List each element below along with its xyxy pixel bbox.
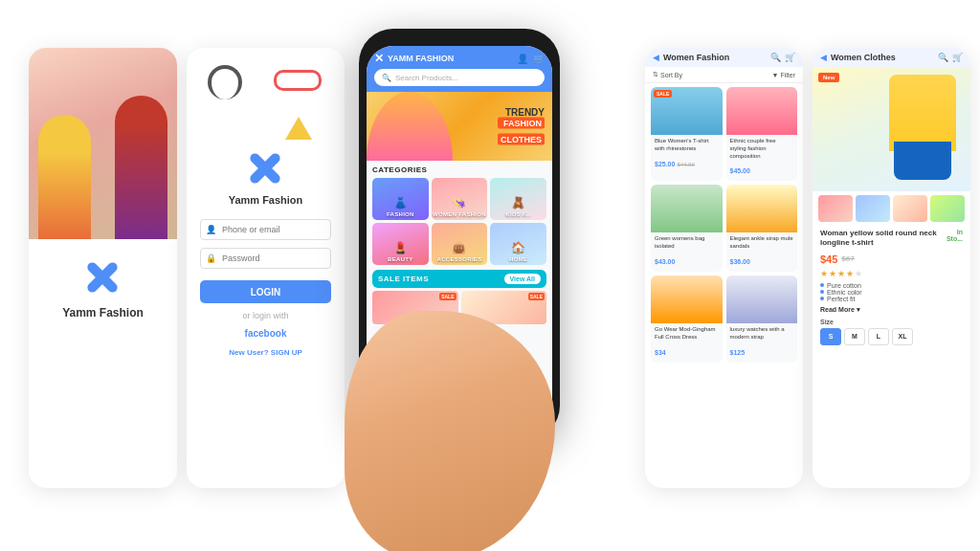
sale-section-header: SALE ITEMS View All <box>372 270 546 288</box>
login-logo-area: Yamm Fashion <box>229 147 303 206</box>
category-fashion[interactable]: 👗 Fashion <box>372 178 429 220</box>
sort-button[interactable]: ⇅ Sort By <box>653 71 682 78</box>
product-img-5 <box>651 276 723 323</box>
category-home[interactable]: 🏠 HOME <box>490 223 546 265</box>
view-all-button[interactable]: View All <box>504 274 541 284</box>
facebook-login-link[interactable]: facebook <box>245 328 287 339</box>
login-button[interactable]: LOGIN <box>200 280 331 303</box>
signup-link[interactable]: SIGN UP <box>271 348 302 357</box>
features-list: Pure cotton Ethnic color Perfect fit <box>813 280 970 304</box>
thumb-4[interactable] <box>930 195 965 222</box>
product-card-4[interactable]: Elegant ankle strap mule sandals $36.00 <box>726 185 798 272</box>
thumb-1[interactable] <box>818 195 853 222</box>
cart-header-icon[interactable]: 🛒 <box>785 53 795 62</box>
category-accessories[interactable]: 👜 ACCESSORIES <box>432 223 488 265</box>
star-1: ★ <box>820 269 828 278</box>
size-s-button[interactable]: S <box>820 328 841 345</box>
categories-grid: 👗 Fashion 👒 WOMEN FASHION 🧸 KIDS F... <box>372 178 546 265</box>
in-stock-badge: In Sto... <box>946 229 963 242</box>
product-card-6[interactable]: luxury watches with a modern strap $125 <box>726 276 798 363</box>
product-name-2: Ethnic couple free styling fashion compo… <box>730 138 794 160</box>
fashion-cat-icon: 👗 <box>393 196 408 209</box>
accessories-cat-label: ACCESSORIES <box>437 256 482 262</box>
phone-notch <box>449 36 470 42</box>
beauty-cat-label: BEAUTY <box>388 256 412 262</box>
kids-cat-icon: 🧸 <box>511 196 525 209</box>
phone-email-field-wrap[interactable]: 👤 <box>200 219 331 240</box>
product-info-6: luxury watches with a modern strap $125 <box>726 323 798 359</box>
sale-items-list: SALE SALE <box>367 288 552 327</box>
sort-icon: ⇅ <box>653 71 658 78</box>
thumb-3[interactable] <box>893 195 927 222</box>
feature-dot-1 <box>820 283 824 287</box>
search-bar[interactable]: 🔍 Search Products... <box>367 69 552 92</box>
banner-clothes: CLOTHES <box>498 134 545 145</box>
phone-mockup: ✕ YAMM FASHION 👤 🛒 🔍 Search Products... <box>345 10 574 540</box>
password-field-wrap[interactable]: 🔒 <box>200 248 331 269</box>
login-app-name: Yamm Fashion <box>229 194 303 206</box>
women-clothes-header-left: ◀ Women Clothes <box>820 53 896 62</box>
product-card-5[interactable]: Go Wear Mod-Gingham Full Cross Dress $34 <box>651 276 723 363</box>
product-img-4 <box>726 185 798 232</box>
password-input[interactable] <box>200 248 331 269</box>
size-m-button[interactable]: M <box>844 328 865 345</box>
chevron-down-icon: ▾ <box>857 306 860 314</box>
product-name-6: luxury watches with a modern strap <box>730 326 794 342</box>
star-5-empty: ★ <box>855 269 862 278</box>
clothes-old-price: $67 <box>841 254 854 263</box>
triangle-decoration <box>285 117 312 140</box>
search-input-display[interactable]: 🔍 Search Products... <box>374 69 545 86</box>
login-panel: Yamm Fashion 👤 🔒 LOGIN or login with fac… <box>187 48 345 488</box>
phone-screen: ✕ YAMM FASHION 👤 🛒 🔍 Search Products... <box>367 46 552 442</box>
size-section: Size S M L XL <box>813 316 970 348</box>
category-kids[interactable]: 🧸 KIDS F... <box>490 178 546 220</box>
splash-logo-area: Yamm Fashion <box>62 256 144 320</box>
signup-prompt: New User? SIGN UP <box>229 348 302 357</box>
search-placeholder: Search Products... <box>395 74 458 82</box>
clothes-main-image: New <box>813 67 970 191</box>
phone-email-input[interactable] <box>200 219 331 240</box>
product-card-3[interactable]: Green womens bag isolated $43.00 <box>651 185 723 272</box>
banner-figures <box>367 92 453 161</box>
product-price-1: $25.00 <box>655 161 675 167</box>
product-price-2: $45.00 <box>730 167 750 174</box>
women-cat-icon: 👒 <box>452 196 466 209</box>
product-card-2[interactable]: Ethnic couple free styling fashion compo… <box>726 87 798 181</box>
sale-item-2[interactable]: SALE <box>461 291 547 324</box>
filter-button[interactable]: ▼ Filter <box>772 72 796 78</box>
jeans-shape <box>894 142 951 180</box>
login-accessories <box>200 65 331 142</box>
clothes-back-icon[interactable]: ◀ <box>820 53 827 62</box>
product-card-1[interactable]: SALE Blue Women's T-shirt with rhineston… <box>651 87 723 181</box>
read-more-button[interactable]: Read More ▾ <box>813 304 970 316</box>
category-women-fashion[interactable]: 👒 WOMEN FASHION <box>432 178 488 220</box>
feature-3: Perfect fit <box>820 296 963 302</box>
size-xl-button[interactable]: XL <box>892 328 913 345</box>
product-info-1: Blue Women's T-shirt with rhinestones $2… <box>651 135 723 170</box>
category-beauty[interactable]: 💄 BEAUTY <box>372 223 429 265</box>
women-clothes-title: Women Clothes <box>831 53 896 62</box>
back-icon[interactable]: ◀ <box>653 53 659 62</box>
sweater-shape <box>889 75 956 151</box>
splash-app-name: Yamm Fashion <box>62 306 144 320</box>
hero-banner: TRENDY FASHION CLOTHES <box>367 92 552 161</box>
clothes-cart-icon[interactable]: 🛒 <box>952 53 963 62</box>
cart-icon[interactable]: 🛒 <box>533 54 545 64</box>
product-old-price-1: $44.00 <box>677 162 694 167</box>
women-clothes-header-icons: 🔍 🛒 <box>938 53 963 62</box>
clothes-search-icon[interactable]: 🔍 <box>938 53 948 62</box>
search-header-icon[interactable]: 🔍 <box>770 53 781 62</box>
app-header: ✕ YAMM FASHION 👤 🛒 <box>367 46 552 69</box>
yamm-logo-icon <box>81 256 123 298</box>
product-name-4: Elegant ankle strap mule sandals <box>730 235 794 251</box>
women-cat-label: WOMEN FASHION <box>433 211 486 217</box>
phone-body: ✕ YAMM FASHION 👤 🛒 🔍 Search Products... <box>359 29 560 440</box>
splash-panel: Yamm Fashion <box>29 48 177 488</box>
feature-text-3: Perfect fit <box>827 296 856 302</box>
size-l-button[interactable]: L <box>868 328 889 345</box>
products-grid: SALE Blue Women's T-shirt with rhineston… <box>645 83 803 366</box>
profile-icon[interactable]: 👤 <box>517 54 528 64</box>
sale-item-1[interactable]: SALE <box>372 291 458 324</box>
thumb-2[interactable] <box>856 195 890 222</box>
kids-cat-label: KIDS F... <box>505 211 531 217</box>
